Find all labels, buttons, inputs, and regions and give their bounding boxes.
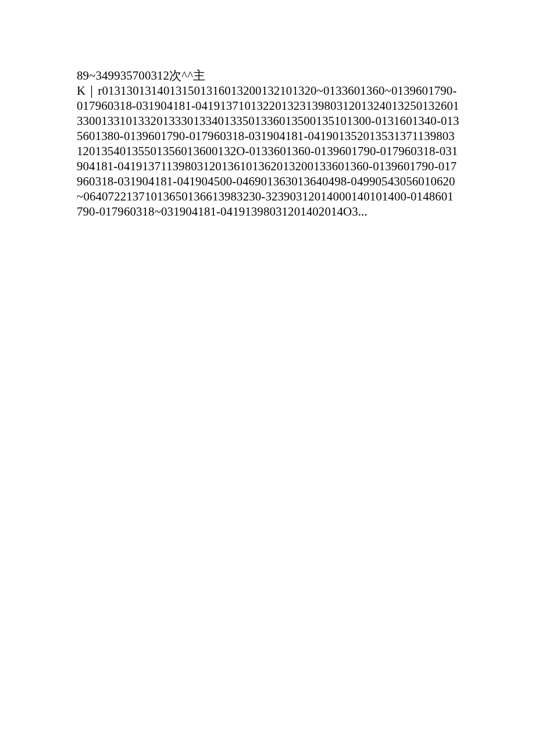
document-body-text: 89~349935700312次^^主 K｜r01313013140131501… [0, 0, 535, 219]
